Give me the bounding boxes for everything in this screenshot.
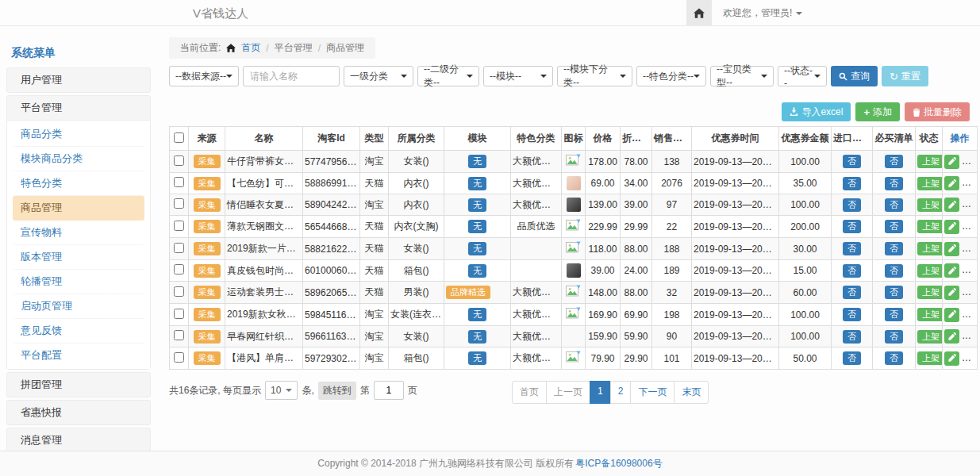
edit-button[interactable] (944, 198, 959, 212)
cell-coupon-amount: 100.00 (779, 151, 832, 173)
breadcrumb-home-link[interactable]: 首页 (241, 41, 260, 55)
import-select-toggle[interactable]: 否 (843, 351, 861, 365)
import-select-toggle[interactable]: 否 (843, 198, 861, 212)
must-buy-toggle[interactable]: 否 (885, 330, 903, 344)
edit-button[interactable] (944, 308, 959, 322)
status-toggle[interactable]: 上架 (917, 220, 943, 233)
icp-link[interactable]: 粤ICP备16098006号 (575, 457, 662, 470)
sidebar-item-特色分类[interactable]: 特色分类 (13, 171, 144, 196)
row-checkbox[interactable] (174, 198, 184, 209)
status-toggle[interactable]: 上架 (917, 242, 943, 255)
sidebar-item-版本管理[interactable]: 版本管理 (13, 245, 144, 270)
must-buy-toggle[interactable]: 否 (885, 198, 903, 212)
must-buy-toggle[interactable]: 否 (885, 308, 903, 321)
sidebar-group-header[interactable]: 消息管理 (7, 428, 150, 451)
must-buy-toggle[interactable]: 否 (885, 264, 903, 278)
sidebar-item-轮播管理[interactable]: 轮播管理 (13, 270, 144, 294)
must-buy-toggle[interactable]: 否 (885, 242, 903, 255)
cell-module: 无 (444, 304, 511, 326)
user-menu[interactable]: 欢迎您，管理员! (723, 6, 802, 20)
must-buy-toggle[interactable]: 否 (885, 286, 903, 299)
status-toggle[interactable]: 上架 (917, 198, 943, 212)
import-select-toggle[interactable]: 否 (843, 308, 861, 321)
row-checkbox[interactable] (174, 155, 184, 166)
status-toggle[interactable]: 上架 (917, 264, 943, 278)
status-toggle[interactable]: 上架 (917, 330, 943, 344)
edit-button[interactable] (944, 263, 959, 278)
row-checkbox[interactable] (174, 309, 184, 319)
jump-to-button[interactable]: 跳转到 (318, 382, 356, 400)
import-excel-button[interactable]: 导入excel (782, 102, 851, 121)
pager-button-1[interactable]: 1 (590, 381, 611, 404)
cell-type: 天猫 (360, 260, 389, 282)
import-select-toggle[interactable]: 否 (843, 155, 861, 168)
select-all-checkbox[interactable] (174, 132, 184, 143)
import-select-toggle[interactable]: 否 (843, 330, 861, 344)
import-select-toggle[interactable]: 否 (843, 264, 861, 278)
pager-button-2[interactable]: 2 (610, 381, 632, 404)
row-checkbox[interactable] (174, 286, 184, 297)
sidebar-item-平台配置[interactable]: 平台配置 (13, 344, 144, 367)
filter-select-feature-category[interactable]: --特色分类-- (636, 66, 706, 86)
pager-button-下一页[interactable]: 下一页 (630, 381, 674, 404)
page-size-select[interactable]: 10 (265, 381, 298, 400)
import-select-toggle[interactable]: 否 (843, 220, 861, 233)
must-buy-toggle[interactable]: 否 (885, 177, 903, 190)
pager-button-上一页[interactable]: 上一页 (546, 381, 590, 404)
sidebar-group-header[interactable]: 省惠快报 (7, 401, 150, 424)
add-button[interactable]: + 添加 (855, 102, 900, 121)
status-toggle[interactable]: 上架 (917, 155, 943, 168)
module-badge: 无 (468, 242, 486, 255)
row-checkbox[interactable] (174, 177, 184, 187)
sidebar-group-header[interactable]: 平台管理 (7, 96, 150, 120)
must-buy-toggle[interactable]: 否 (885, 155, 903, 168)
must-buy-toggle[interactable]: 否 (885, 351, 903, 365)
home-button[interactable] (686, 0, 712, 26)
sidebar-group-header[interactable]: 用户管理 (7, 68, 150, 92)
sidebar-item-宣传物料[interactable]: 宣传物料 (13, 221, 144, 245)
sidebar-item-意见反馈[interactable]: 意见反馈 (13, 319, 144, 344)
filter-select-module-sub-category[interactable]: --模块下分类-- (557, 66, 632, 86)
import-select-toggle[interactable]: 否 (843, 177, 861, 190)
search-button[interactable]: 查询 (831, 66, 878, 86)
filter-select-module[interactable]: --模块-- (483, 66, 553, 86)
status-toggle[interactable]: 上架 (917, 351, 943, 365)
pager-button-末页[interactable]: 末页 (674, 381, 709, 404)
edit-button[interactable] (944, 329, 959, 344)
filter-select-status[interactable]: --状态-- (778, 66, 827, 86)
edit-button[interactable] (944, 351, 959, 366)
edit-button[interactable] (944, 155, 959, 169)
status-toggle[interactable]: 上架 (917, 286, 943, 299)
import-select-toggle[interactable]: 否 (843, 286, 861, 299)
edit-button[interactable] (944, 220, 959, 234)
sidebar-item-启动页管理[interactable]: 启动页管理 (13, 294, 144, 319)
row-checkbox[interactable] (174, 221, 184, 231)
filter-select-data-source[interactable]: --数据来源-- (169, 66, 239, 86)
filter-name-input[interactable] (243, 66, 340, 86)
must-buy-toggle[interactable]: 否 (885, 220, 903, 233)
row-checkbox[interactable] (174, 243, 184, 253)
edit-button[interactable] (944, 286, 959, 300)
sidebar-item-模块商品分类[interactable]: 模块商品分类 (13, 147, 144, 171)
status-toggle[interactable]: 上架 (917, 308, 943, 321)
row-checkbox[interactable] (174, 330, 184, 340)
filter-select-level2-category[interactable]: --二级分类-- (417, 66, 479, 86)
status-toggle[interactable]: 上架 (917, 177, 943, 190)
import-select-toggle[interactable]: 否 (843, 242, 861, 255)
edit-button[interactable] (944, 242, 959, 256)
sidebar-group-header[interactable]: 拼团管理 (7, 373, 150, 397)
batch-delete-button[interactable]: 批量删除 (905, 102, 970, 121)
reset-button[interactable]: ↻重置 (882, 66, 928, 86)
jump-page-input[interactable] (374, 381, 404, 400)
edit-button[interactable] (944, 176, 959, 190)
sidebar-item-商品管理[interactable]: 商品管理 (13, 196, 144, 221)
sidebar-item-商品分类[interactable]: 商品分类 (13, 122, 144, 147)
cell-source: 采集 (189, 238, 225, 260)
row-checkbox[interactable] (174, 264, 184, 274)
filter-select-level1-category[interactable]: 一级分类 (344, 66, 413, 86)
row-checkbox[interactable] (174, 352, 184, 363)
pager-button-首页[interactable]: 首页 (512, 381, 547, 404)
filter-select-item-type[interactable]: --宝贝类型-- (710, 66, 774, 86)
cell-feature-category: 大额优惠券 (511, 304, 562, 326)
cell-coupon-time: 2019-09-13—2019-09-15 (692, 282, 779, 304)
